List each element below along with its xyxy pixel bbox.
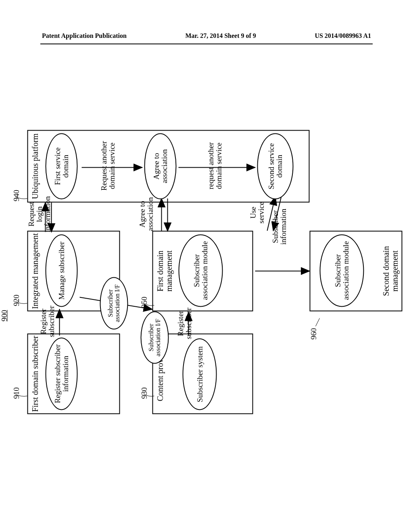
ellipse-second-service-domain: Second service domain	[257, 133, 294, 200]
ellipse-manage-subscriber: Manage subscriber	[46, 235, 78, 307]
label-register-subscriber-2: Register subscriber	[177, 308, 193, 340]
ellipse-first-service-domain: First service domain	[46, 133, 78, 200]
label-request-another-2: request another domain service	[207, 138, 223, 194]
ellipse-subscriber-assoc-if-2: Subscriber association I/F	[141, 312, 169, 364]
ellipse-subscriber-assoc-module-1: Subscriber association module	[179, 235, 223, 307]
header-right: US 2014/0089963 A1	[315, 32, 371, 42]
label-subscriber-information: Subscriber information	[271, 195, 288, 259]
label-use-service: Use service	[249, 197, 265, 229]
ref-960: 960	[310, 328, 318, 340]
label-register-subscriber-1: Register subscriber	[40, 305, 56, 338]
ref-910: 910	[13, 387, 21, 399]
ellipse-register-subscriber-info: Register subscriber information	[46, 338, 78, 410]
ellipse-subscriber-system: Subscriber system	[183, 339, 217, 410]
ref-920: 920	[13, 295, 21, 306]
ref-930: 930	[140, 387, 148, 399]
label-agree-to-association: Agree to association	[138, 196, 154, 233]
label-request-login-info: Request login information	[27, 196, 52, 233]
figure-9-diagram: FIG. 9 900	[5, 130, 409, 414]
ref-950: 950	[140, 297, 148, 308]
header-left: Patent Application Publication	[42, 32, 127, 42]
ellipse-subscriber-assoc-module-2: Subscriber association module	[320, 235, 364, 307]
ellipse-subscriber-assoc-if-1: Subscriber association I/F	[100, 277, 128, 330]
label-request-another-1: Request another domain service	[100, 138, 116, 194]
ellipse-agree-to-association: Agree to association	[144, 133, 177, 200]
header-center: Mar. 27, 2014 Sheet 9 of 9	[185, 32, 256, 42]
ref-940: 940	[13, 190, 21, 202]
ref-900: 900	[0, 310, 8, 322]
patent-header: Patent Application Publication Mar. 27, …	[40, 32, 373, 44]
